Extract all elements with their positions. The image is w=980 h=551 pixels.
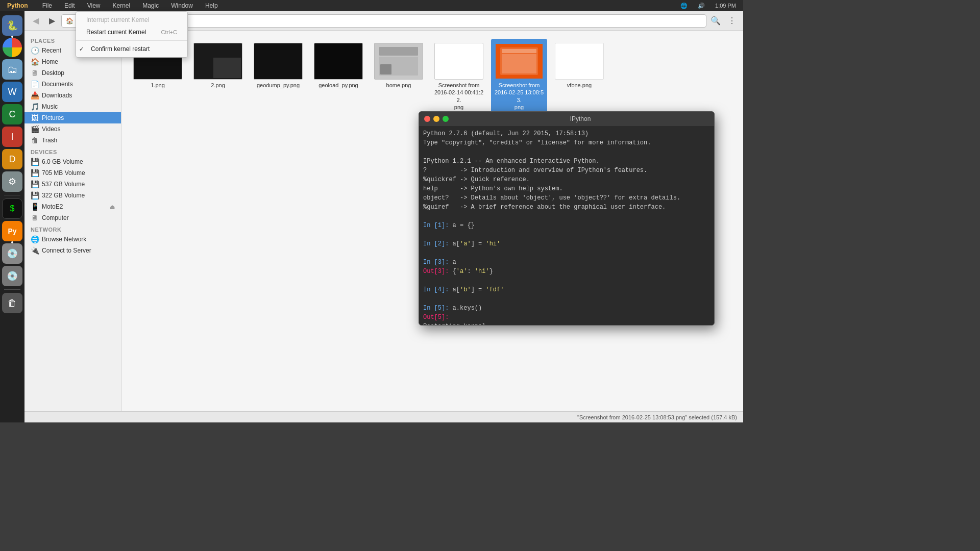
sidebar-computer-label: Computer	[42, 214, 69, 221]
kernel-dropdown-menu: Interrupt current Kernel Restart current…	[76, 11, 188, 58]
ipython-minimize-button[interactable]	[433, 116, 439, 122]
sidebar-item-documents[interactable]: 📄 Documents	[24, 79, 121, 90]
file-thumb-screenshot2	[495, 43, 544, 80]
dock-icon-calc[interactable]: C	[2, 104, 22, 124]
network-header: Network	[24, 223, 121, 234]
file-item-vfonepng[interactable]: vfone.png	[551, 39, 607, 115]
dock-icon-python[interactable]: 🐍	[2, 15, 22, 36]
documents-icon: 📄	[31, 80, 39, 88]
sidebar-item-537gb[interactable]: 💾 537 GB Volume	[24, 179, 121, 190]
ipython-in3: In [3]: a	[423, 258, 710, 267]
dock-icon-writer[interactable]: W	[2, 82, 22, 102]
sidebar-item-downloads[interactable]: 📥 Downloads	[24, 90, 121, 101]
sidebar-item-6gb[interactable]: 💾 6.0 GB Volume	[24, 156, 121, 167]
file-item-screenshot2[interactable]: Screenshot from2016-02-25 13:08:53.png	[491, 39, 547, 115]
menu-edit[interactable]: Edit	[61, 1, 78, 10]
desktop-icon: 🖥	[31, 69, 39, 77]
back-button[interactable]: ◀	[29, 14, 43, 28]
volume-705mb-icon: 💾	[31, 169, 39, 177]
view-button[interactable]: ⋮	[725, 14, 739, 28]
menu-file[interactable]: File	[39, 1, 55, 10]
dock-icon-settings[interactable]: ⚙	[2, 171, 22, 192]
dock-separator	[4, 195, 20, 195]
fm-statusbar: "Screenshot from 2016-02-25 13:08:53.png…	[24, 411, 743, 422]
file-name-vfonepng: vfone.png	[567, 82, 592, 89]
dock-icon-terminal[interactable]: $	[2, 198, 22, 219]
forward-button[interactable]: ▶	[45, 14, 59, 28]
ipython-out5: Out[5]:	[423, 313, 710, 322]
ipython-line-7: object? -> Details about 'object', use '…	[423, 193, 710, 203]
sidebar-motoe2-label: MotoE2	[42, 203, 63, 210]
file-name-1png: 1.png	[151, 82, 165, 89]
menu-help[interactable]: Help	[202, 1, 221, 10]
sidebar-item-705mb[interactable]: 💾 705 MB Volume	[24, 167, 121, 179]
sidebar-item-music[interactable]: 🎵 Music	[24, 101, 121, 112]
dropdown-confirm-restart[interactable]: Confirm kernel restart	[76, 43, 187, 55]
sidebar-item-computer[interactable]: 🖥 Computer	[24, 212, 121, 223]
ipython-out3: Out[3]: {'a': 'hi'}	[423, 267, 710, 276]
sidebar-item-motoe2[interactable]: 📱 MotoE2 ⏏	[24, 201, 121, 212]
ipython-line-6: help -> Python's own help system.	[423, 184, 710, 193]
restart-shortcut: Ctrl+C	[161, 29, 177, 35]
dock-icon-impress[interactable]: I	[2, 127, 22, 147]
dock-icon-files[interactable]: 🗂	[2, 59, 22, 80]
file-item-homepng[interactable]: home.png	[371, 39, 427, 115]
sidebar-item-322gb[interactable]: 💾 322 GB Volume	[24, 190, 121, 201]
sidebar-item-pictures[interactable]: 🖼 Pictures	[24, 112, 121, 123]
ipython-titlebar: IPython	[419, 112, 714, 126]
sidebar-connect-server-label: Connect to Server	[42, 247, 91, 254]
file-item-geodumppypng[interactable]: geodump_py.png	[250, 39, 306, 115]
file-item-geoloadpypng[interactable]: geoload_py.png	[310, 39, 366, 115]
sidebar-item-browse-network[interactable]: 🌐 Browse Network	[24, 234, 121, 245]
sidebar-item-videos[interactable]: 🎬 Videos	[24, 123, 121, 135]
file-item-screenshot1[interactable]: Screenshot from2016-02-14 00:41:22.png	[431, 39, 487, 115]
dock-icon-draw[interactable]: D	[2, 149, 22, 169]
dropdown-interrupt-kernel[interactable]: Interrupt current Kernel	[76, 14, 187, 26]
pictures-icon: 🖼	[31, 114, 39, 122]
status-text: "Screenshot from 2016-02-25 13:08:53.png…	[577, 414, 737, 420]
ipython-line-3: IPython 1.2.1 -- An enhanced Interactive…	[423, 157, 710, 166]
dock-icon-ipython[interactable]: Py	[2, 221, 22, 241]
sidebar-item-connect-server[interactable]: 🔌 Connect to Server	[24, 245, 121, 256]
sidebar-music-label: Music	[42, 103, 58, 110]
dock-icon-trash[interactable]: 🗑	[2, 293, 22, 313]
toolbar-right: 🔍 ⋮	[708, 14, 739, 28]
menu-magic[interactable]: Magic	[139, 1, 162, 10]
dock-icon-chrome[interactable]	[3, 38, 22, 57]
dock: 🐍 🗂 W C I D ⚙ $ Py 💿 💿 🗑	[0, 11, 24, 422]
file-name-geoloadpypng: geoload_py.png	[318, 82, 358, 89]
downloads-icon: 📥	[31, 91, 39, 99]
sidebar-item-home[interactable]: 🏠 Home	[24, 56, 121, 67]
ipython-line-5: %quickref -> Quick reference.	[423, 175, 710, 184]
statusbar-right: 🌐 🔊 1:09 PM	[677, 2, 739, 10]
network-icon: 🌐	[677, 2, 691, 10]
sidebar-705mb-label: 705 MB Volume	[42, 169, 85, 177]
file-name-geodumppypng: geodump_py.png	[257, 82, 300, 89]
dock-icon-disk1[interactable]: 💿	[2, 243, 22, 264]
app-name: Python	[4, 1, 31, 10]
ipython-title: IPython	[570, 115, 591, 122]
dock-icon-disk2[interactable]: 💿	[2, 266, 22, 286]
search-button[interactable]: 🔍	[708, 14, 723, 28]
sidebar-item-trash[interactable]: 🗑 Trash	[24, 135, 121, 146]
file-item-2png[interactable]: 2.png	[190, 39, 246, 115]
browse-network-icon: 🌐	[31, 235, 39, 243]
restart-kernel-label: Restart current Kernel	[86, 29, 146, 36]
sidebar-pictures-label: Pictures	[42, 114, 64, 121]
eject-button[interactable]: ⏏	[110, 204, 115, 210]
menu-view[interactable]: View	[84, 1, 104, 10]
ipython-content[interactable]: Python 2.7.6 (default, Jun 22 2015, 17:5…	[419, 126, 714, 325]
file-thumb-geodumppypng	[254, 43, 303, 80]
interrupt-kernel-label: Interrupt current Kernel	[86, 16, 149, 23]
ipython-maximize-button[interactable]	[443, 116, 449, 122]
volume-icon: 🔊	[695, 2, 708, 10]
ipython-in1: In [1]: a = {}	[423, 221, 710, 230]
ipython-close-button[interactable]	[424, 116, 430, 122]
menu-window[interactable]: Window	[168, 1, 196, 10]
home-icon: 🏠	[31, 58, 39, 66]
menu-kernel[interactable]: Kernel	[110, 1, 134, 10]
dropdown-restart-kernel[interactable]: Restart current Kernel Ctrl+C	[76, 26, 187, 38]
sidebar-item-desktop[interactable]: 🖥 Desktop	[24, 67, 121, 79]
location-home-icon: 🏠	[66, 17, 74, 24]
volume-537gb-icon: 💾	[31, 180, 39, 188]
